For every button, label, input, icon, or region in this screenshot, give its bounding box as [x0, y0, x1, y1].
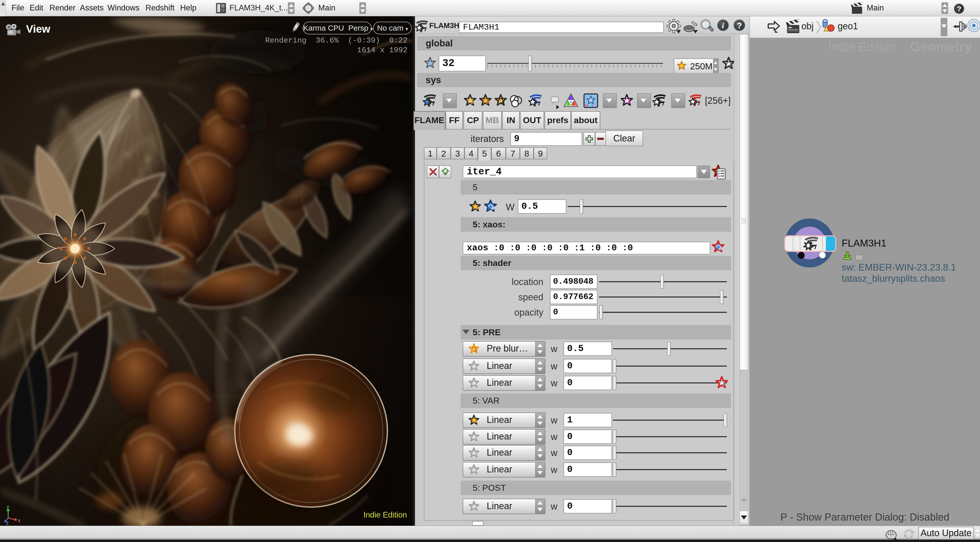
- svg-text:z: z: [6, 520, 9, 525]
- svg-text:x: x: [18, 518, 21, 523]
- svg-text:y: y: [6, 505, 9, 509]
